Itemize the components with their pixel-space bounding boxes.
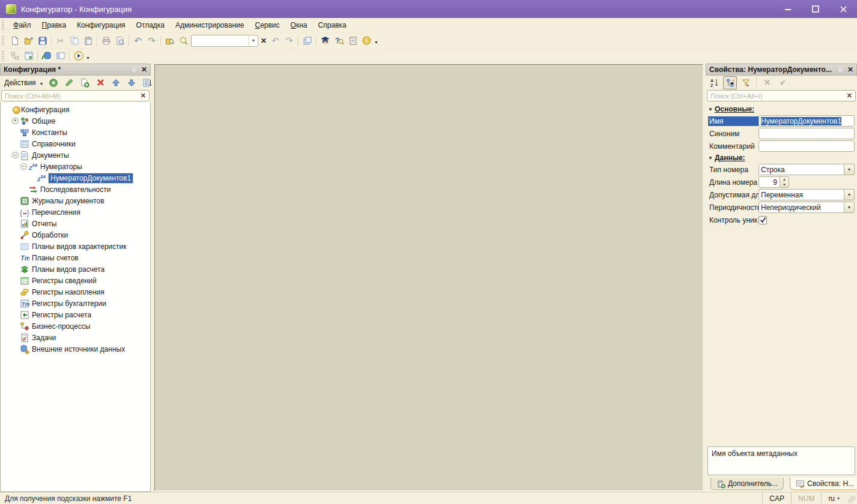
- periodicity-select[interactable]: Непериодический: [759, 202, 844, 213]
- move-up-button[interactable]: [109, 76, 123, 89]
- save-button[interactable]: [35, 34, 49, 47]
- drag-grip-icon[interactable]: [2, 51, 4, 61]
- actions-caret-icon[interactable]: ▼: [40, 82, 44, 86]
- tree-item-chart-of-accounts[interactable]: Тт Планы счетов: [1, 252, 150, 263]
- tree-item-common[interactable]: + Общие: [1, 115, 150, 127]
- windows-button[interactable]: [300, 34, 314, 47]
- start-debugging-button[interactable]: [71, 49, 85, 62]
- close-panel-button[interactable]: ✕: [141, 65, 147, 74]
- metadata-tree[interactable]: Конфигурация + Общие Константы Справочни…: [0, 102, 151, 492]
- property-check-unique[interactable]: Контроль уник: [708, 214, 855, 226]
- move-down-button[interactable]: [125, 76, 139, 89]
- delete-button[interactable]: [94, 76, 108, 89]
- menu-debug[interactable]: Отладка: [131, 19, 170, 31]
- drag-grip-icon[interactable]: [2, 20, 4, 30]
- clear-properties-search-icon[interactable]: ✕: [847, 92, 852, 100]
- actions-button[interactable]: Действия: [2, 79, 37, 87]
- clear-search-button[interactable]: ✕: [259, 34, 268, 47]
- close-window-button[interactable]: [22, 49, 35, 62]
- menu-help[interactable]: Справка: [312, 19, 351, 31]
- tree-item-chart-of-characteristic-types[interactable]: Планы видов характеристик: [1, 241, 150, 252]
- open-document-button[interactable]: [22, 34, 35, 47]
- language-selector[interactable]: ru ▼: [821, 493, 847, 504]
- tree-item-configuration[interactable]: Конфигурация: [1, 104, 150, 115]
- tree-item-enums[interactable]: {} Перечисления: [1, 206, 150, 218]
- tree-item-document-journals[interactable]: Журналы документов: [1, 195, 150, 206]
- new-document-button[interactable]: [8, 34, 22, 47]
- menu-file[interactable]: Файл: [8, 19, 37, 31]
- tree-item-catalogs[interactable]: Справочники: [1, 138, 150, 149]
- debug-options-caret-icon[interactable]: ▼: [86, 56, 90, 60]
- category-view-button[interactable]: ×: [723, 76, 737, 89]
- section-basic[interactable]: ▼ Основные:: [708, 104, 855, 115]
- global-search-button[interactable]: [163, 34, 177, 47]
- spin-down-icon[interactable]: ▼: [780, 182, 789, 188]
- number-type-dropdown-button[interactable]: ▼: [844, 164, 855, 175]
- property-number-length[interactable]: Длина номера 9 ▲▼: [708, 176, 855, 188]
- tree-item-chart-of-calculation-types[interactable]: Планы видов расчета: [1, 263, 150, 275]
- collapse-icon[interactable]: −: [12, 152, 19, 158]
- section-data[interactable]: ▼ Данные:: [708, 152, 855, 163]
- tree-item-accumulation-registers[interactable]: Регистры накопления: [1, 286, 150, 298]
- comment-input[interactable]: [759, 140, 855, 152]
- cut-button[interactable]: ✂: [53, 34, 67, 47]
- resize-grip-icon[interactable]: [848, 496, 856, 503]
- combo-dropdown-button[interactable]: ▼: [249, 35, 258, 46]
- tree-item-calculation-registers[interactable]: Регистры расчета: [1, 309, 150, 320]
- menu-windows[interactable]: Окна: [285, 19, 313, 31]
- number-type-select[interactable]: Строка: [759, 164, 844, 175]
- pin-icon[interactable]: ⚪: [838, 67, 844, 73]
- info-button[interactable]: i: [360, 34, 374, 47]
- help-search-button[interactable]: ?: [332, 34, 346, 47]
- menu-service[interactable]: Сервис: [249, 19, 285, 31]
- update-db-configuration-button[interactable]: [40, 49, 53, 62]
- property-number-type[interactable]: Тип номера Строка ▼: [708, 163, 855, 176]
- tree-item-numerator-documents1[interactable]: 234 НумераторДокументов1: [1, 172, 150, 184]
- add-button[interactable]: [47, 76, 61, 89]
- sort-az-button[interactable]: AZ: [707, 76, 721, 89]
- menu-administration[interactable]: Администрирование: [170, 19, 249, 31]
- tree-item-constants[interactable]: Константы: [1, 127, 150, 138]
- filter-button[interactable]: [739, 76, 753, 89]
- collapse-icon[interactable]: −: [20, 163, 27, 170]
- exchange-panel-button[interactable]: [53, 49, 67, 62]
- redo-button[interactable]: ↷: [145, 34, 159, 47]
- name-input[interactable]: НумераторДокументов1: [759, 115, 855, 127]
- print-preview-button[interactable]: [113, 34, 127, 47]
- allowed-length-dropdown-button[interactable]: ▼: [844, 189, 855, 200]
- property-allowed-length[interactable]: Допустимая дл Переменная ▼: [708, 188, 855, 201]
- search-input[interactable]: [192, 36, 249, 46]
- maximize-button[interactable]: [802, 0, 829, 18]
- number-length-stepper[interactable]: 9 ▲▼: [759, 176, 789, 188]
- copy-button[interactable]: [67, 34, 81, 47]
- tab-properties[interactable]: Свойства: Н...: [790, 478, 857, 490]
- periodicity-dropdown-button[interactable]: ▼: [844, 202, 855, 213]
- tree-item-external-data-sources[interactable]: Внешние источники данных: [1, 343, 150, 355]
- tree-item-information-registers[interactable]: Регистры сведений: [1, 275, 150, 286]
- apply-button[interactable]: ✔: [776, 76, 790, 89]
- properties-search-input[interactable]: [707, 90, 856, 101]
- cancel-button[interactable]: ✕: [760, 76, 774, 89]
- sort-button[interactable]: [141, 76, 154, 89]
- undo-button[interactable]: ↶: [131, 34, 145, 47]
- close-button[interactable]: [829, 0, 857, 18]
- tree-item-tasks[interactable]: Задачи: [1, 332, 150, 343]
- next-reference-button[interactable]: ↷: [282, 34, 296, 47]
- spin-up-icon[interactable]: ▲: [780, 177, 789, 182]
- tree-search-input[interactable]: [1, 90, 150, 101]
- more-tools-caret-icon[interactable]: ▼: [374, 40, 378, 44]
- edit-button[interactable]: [62, 76, 76, 89]
- check-unique-checkbox[interactable]: [759, 216, 767, 224]
- property-name[interactable]: Имя НумераторДокументов1: [708, 115, 855, 127]
- property-synonym[interactable]: Синоним: [708, 127, 855, 140]
- menu-edit[interactable]: Правка: [37, 19, 72, 31]
- template-button[interactable]: [346, 34, 360, 47]
- synonym-input[interactable]: [759, 128, 855, 139]
- syntax-check-button[interactable]: [318, 34, 332, 47]
- allowed-length-select[interactable]: Переменная: [759, 189, 844, 200]
- previous-reference-button[interactable]: ↶: [268, 34, 282, 47]
- section-collapse-icon[interactable]: ▼: [708, 107, 713, 112]
- tree-item-numerators[interactable]: − 234 Нумераторы: [1, 161, 150, 172]
- tree-item-business-processes[interactable]: Бизнес-процессы: [1, 320, 150, 332]
- tree-item-reports[interactable]: Отчеты: [1, 218, 150, 229]
